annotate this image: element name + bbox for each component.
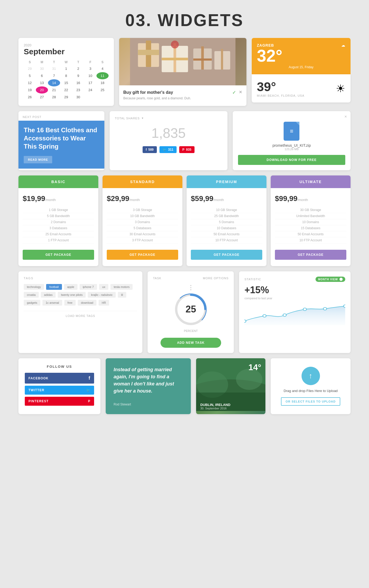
add-task-button[interactable]: ADD NEW TASK — [161, 338, 221, 348]
statistic-widget: STATISTIC MONTH VIEW +15% compared to la… — [239, 271, 351, 353]
statistic-toggle[interactable]: MONTH VIEW — [315, 277, 345, 282]
calendar-day[interactable]: 1 — [60, 65, 72, 72]
statistic-title: STATISTIC — [244, 278, 261, 281]
tag-item[interactable]: lil — [118, 292, 126, 298]
tag-item[interactable]: HR — [99, 300, 109, 306]
weather-sun-icon: ☀ — [336, 82, 345, 95]
next-post-read-more[interactable]: READ MORE — [24, 156, 52, 163]
tag-item[interactable]: iphone 7 — [80, 284, 97, 290]
tag-item[interactable]: download — [78, 300, 96, 306]
pricing-price-premium: $59,99/month — [191, 194, 262, 203]
tag-item[interactable]: free — [64, 300, 76, 306]
pricing-feature: 10 GB Storage — [191, 207, 262, 213]
tag-item[interactable]: tesla motors — [110, 284, 133, 290]
pricing-button-ultimate[interactable]: GET PACKAGE — [275, 250, 346, 260]
download-button[interactable]: DOWNLOAD NOW FOR FREE — [238, 155, 345, 165]
cal-header-s: S — [24, 59, 36, 65]
calendar-day[interactable]: 18 — [96, 79, 109, 86]
calendar-day[interactable]: 20 — [36, 86, 48, 94]
calendar-day[interactable]: 4 — [96, 65, 109, 72]
calendar-day[interactable]: 27 — [36, 94, 48, 101]
gift-title: Buy gift for mother's day — [123, 90, 173, 95]
page-title: 03. WIDGETS — [0, 0, 369, 38]
tag-item[interactable]: 1c arsenal — [42, 300, 62, 306]
next-post-label: NEXT POST — [18, 111, 104, 121]
tag-item[interactable]: adidas — [41, 292, 56, 298]
calendar-day[interactable]: 8 — [60, 72, 72, 79]
calendar-day[interactable]: 26 — [24, 94, 36, 101]
calendar-day[interactable]: 6 — [36, 72, 48, 79]
pricing-feature: 1 FTP Account — [23, 237, 94, 243]
file-icon — [284, 122, 299, 141]
pinterest-badge[interactable]: P 935 — [179, 146, 195, 153]
pricing-button-basic[interactable]: GET PACKAGE — [23, 250, 94, 260]
tag-item[interactable]: croatia — [24, 292, 39, 298]
calendar-day[interactable]: 2 — [72, 65, 84, 72]
twitter-follow-button[interactable]: TWITTER 🐦 — [25, 386, 94, 395]
weather-miami: 39° MIAMI BEACH, FLORIDA, USA ☀ — [252, 74, 351, 102]
calendar-day[interactable]: 25 — [96, 86, 109, 94]
calendar-day[interactable]: 21 — [48, 86, 60, 94]
calendar-day[interactable]: 28 — [48, 94, 60, 101]
statistic-chart — [244, 304, 345, 325]
calendar-widget: 2020 September S M T W T F S 29303112345… — [18, 38, 114, 106]
statistic-increase: +15% — [244, 285, 345, 296]
weather-zagreb: ZAGREB ☁ 32° August 15, Friday — [252, 38, 351, 74]
load-more-tags[interactable]: LOAD MORE TAGS — [24, 311, 137, 317]
calendar-day[interactable]: 7 — [48, 72, 60, 79]
upload-widget[interactable]: ↑ Drag and drop Files Here to Upload OR … — [271, 358, 351, 414]
calendar-day[interactable]: 19 — [24, 86, 36, 94]
calendar-day[interactable]: 3 — [84, 65, 96, 72]
facebook-follow-icon: f — [89, 375, 90, 381]
file-corner — [296, 122, 299, 125]
tag-item[interactable]: gadgets — [24, 300, 40, 306]
calendar-day[interactable]: 29 — [24, 65, 36, 72]
follow-title: FOLLOW US — [25, 365, 94, 369]
tag-item[interactable]: football — [46, 284, 62, 290]
calendar-day[interactable]: 23 — [72, 86, 84, 94]
calendar-day[interactable]: 16 — [72, 79, 84, 86]
statistic-toggle-label: MONTH VIEW — [318, 278, 338, 281]
calendar-day[interactable]: 15 — [60, 79, 72, 86]
pricing-button-standard[interactable]: GET PACKAGE — [107, 250, 178, 260]
facebook-follow-button[interactable]: FACEBOOK f — [25, 373, 94, 384]
upload-text: Drag and drop Files Here to Upload — [284, 388, 338, 394]
calendar-day[interactable]: 30 — [36, 65, 48, 72]
tag-item[interactable]: apple — [64, 284, 77, 290]
facebook-badge[interactable]: f 589 — [143, 146, 157, 153]
calendar-day[interactable]: 22 — [60, 86, 72, 94]
download-close-icon[interactable]: × — [344, 114, 347, 119]
tag-item[interactable]: twenty one pilots — [58, 292, 86, 298]
gift-widget: Buy gift for mother's day ✓ ✕ Because pe… — [119, 38, 246, 106]
pricing-button-premium[interactable]: GET PACKAGE — [191, 250, 262, 260]
gift-check-icon[interactable]: ✓ — [232, 90, 236, 95]
calendar-month: September — [24, 47, 109, 56]
calendar-day[interactable]: 5 — [24, 72, 36, 79]
calendar-day[interactable]: 30 — [72, 94, 84, 101]
pricing-feature: 10 FTP Account — [191, 237, 262, 243]
calendar-day[interactable]: 31 — [48, 65, 60, 72]
calendar-day[interactable]: 24 — [84, 86, 96, 94]
calendar-day[interactable]: 13 — [36, 79, 48, 86]
twitter-badge[interactable]: 🐦 311 — [159, 146, 177, 153]
pinterest-follow-button[interactable]: PINTEREST P — [25, 397, 94, 406]
shares-dropdown-icon[interactable]: ▾ — [142, 116, 144, 120]
tag-item[interactable]: technology — [24, 284, 44, 290]
tag-item[interactable]: krajlic - radulovic — [88, 292, 116, 298]
calendar-day[interactable]: 11 — [96, 72, 109, 79]
calendar-day[interactable]: 10 — [84, 72, 96, 79]
pricing-feature: 15 Databases — [275, 225, 346, 231]
gift-description: Because pearls, rose gold, and a diamond… — [123, 96, 242, 100]
gift-close-icon[interactable]: ✕ — [239, 90, 242, 95]
calendar-day[interactable]: 29 — [60, 94, 72, 101]
calendar-day[interactable]: 12 — [24, 79, 36, 86]
task-more-options[interactable]: MORE OPTIONS — [203, 277, 229, 280]
calendar-day[interactable]: 14 — [48, 79, 60, 86]
tag-item[interactable]: ux — [99, 284, 109, 290]
calendar-day[interactable]: 9 — [72, 72, 84, 79]
pricing-price-basic: $19,99/month — [23, 194, 94, 203]
pricing-feature: 10 FTP Account — [275, 237, 346, 243]
calendar-grid: S M T W T F S 29303112345678910111213141… — [24, 59, 109, 101]
calendar-day[interactable]: 17 — [84, 79, 96, 86]
select-files-button[interactable]: OR SELECT FILES TO UPLOAD — [281, 397, 341, 406]
